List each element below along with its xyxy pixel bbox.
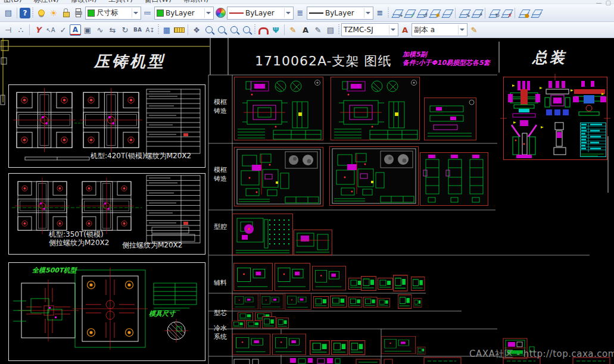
restore-button[interactable]: ▢ xyxy=(606,0,611,6)
linetype-manager-icon[interactable]: ≣ xyxy=(294,7,306,19)
drawing-canvas[interactable]: 压铸机型 1710062A-支架 图纸 加模5副 备件:小于Φ10易损型芯各5套… xyxy=(0,38,614,364)
lineweight-combo[interactable]: ByLayer xyxy=(307,7,373,20)
left-panel-header: 压铸机型 xyxy=(94,51,166,72)
menu-bar: 图(D) 标注(N) 修改(M) 工具(T) 窗口(W) 帮助(H) xyxy=(0,0,614,4)
box1-caption: 机型:420T(锁模)螺纹为M20X2 xyxy=(91,151,191,161)
zoom-all-icon[interactable] xyxy=(228,24,240,36)
window-controls: — ▢ xyxy=(596,0,611,6)
machine-box-500t xyxy=(9,263,205,361)
sketch-axes-icon[interactable]: ∴ xyxy=(15,24,27,36)
note-line1: 加模5副 xyxy=(403,51,427,59)
chevron-down-icon[interactable] xyxy=(132,8,139,18)
layer-lock-icon[interactable] xyxy=(60,7,72,19)
snap-magnet-icon[interactable] xyxy=(257,24,269,36)
menu-window[interactable]: 窗口(W) xyxy=(145,0,172,4)
text-style-icon[interactable]: A xyxy=(300,24,311,36)
menu-dimension[interactable]: 标注(N) xyxy=(33,0,58,4)
row-label-core: 型芯 xyxy=(208,309,232,318)
menu-tools[interactable]: 工具(T) xyxy=(108,0,133,4)
chevron-down-icon[interactable] xyxy=(204,8,211,18)
caxa-watermark: CAXA社区 - http://top.caxa.com/ xyxy=(469,349,614,360)
edit-toolbar: ⊣ ∴ Y ↖A ✓ A ▣ ∿ ⇆ ↻ BA A↧ ▦ ❖ Ψ ✎ A ✎ ▤… xyxy=(0,22,614,38)
scale-text-icon[interactable]: BA xyxy=(132,24,144,36)
chevron-down-icon[interactable] xyxy=(284,8,291,18)
layer-previous-icon[interactable]: ↺ xyxy=(416,7,428,19)
layer-match-icon[interactable]: → xyxy=(391,7,403,19)
new-frame-icon[interactable]: ▤ xyxy=(2,7,14,19)
core-row xyxy=(232,312,288,328)
extend-icon[interactable]: ⊣ xyxy=(2,24,14,36)
dimstyle-combo[interactable]: TZMC-SJ xyxy=(341,23,398,36)
move-text-icon[interactable]: ⇆ xyxy=(107,24,119,36)
color-wheel-icon[interactable] xyxy=(214,7,226,19)
linetype-sample xyxy=(229,12,244,14)
layer-manager-icon[interactable]: ≔ xyxy=(142,7,154,19)
layer-stack-icon[interactable] xyxy=(530,7,542,19)
layer-new-icon[interactable]: ✱ xyxy=(428,7,440,19)
rotate-text-icon[interactable]: ↻ xyxy=(119,24,131,36)
linetype-combo[interactable]: ByLayer xyxy=(227,7,294,20)
edit-note-icon[interactable]: ▤ xyxy=(325,24,336,36)
box2-caption-line2: 侧拉螺纹为M20X2 xyxy=(49,238,109,248)
row-label-cavity: 型腔 xyxy=(208,222,232,231)
sheet-title: 1710062A-支架 图纸 xyxy=(255,52,391,70)
cavity-row xyxy=(233,214,332,255)
minimize-button[interactable]: — xyxy=(596,0,602,6)
polyline-icon[interactable]: ∿ xyxy=(94,24,106,36)
auxiliary-row xyxy=(232,263,425,310)
layer-thaw-icon[interactable]: ☀ xyxy=(48,7,60,19)
chevron-down-icon[interactable] xyxy=(389,25,396,34)
lineweight-sample xyxy=(309,12,323,14)
layer-move-up-icon[interactable]: ↗ xyxy=(470,7,482,19)
pan-zoom-icon[interactable]: ❖ xyxy=(191,24,202,36)
note-line2: 备件:小于Φ10易损型芯各5套 xyxy=(403,59,490,67)
fillet-icon[interactable]: Y xyxy=(32,24,44,36)
check-dim-icon[interactable]: ✓ xyxy=(57,24,69,36)
style-brush-icon[interactable]: ✎ xyxy=(468,24,480,36)
row-label-cooling: 冷水 系统 xyxy=(208,324,232,341)
box3-title: 全模500T机型 xyxy=(32,266,76,275)
lineweight-icon[interactable]: ≡ xyxy=(374,7,386,19)
menu-help[interactable]: 帮助(H) xyxy=(183,0,208,4)
align-text-icon[interactable]: A↧ xyxy=(144,24,156,36)
layer-bulb-icon[interactable]: ● xyxy=(518,7,529,19)
row-label-frame-casting-1: 模框 铸造 xyxy=(208,98,232,115)
frame-casting-row1 xyxy=(235,77,476,140)
dim-box-icon[interactable]: ▣ xyxy=(82,24,93,36)
help-icon[interactable]: ? xyxy=(20,8,30,18)
right-panel-header: 总装 xyxy=(532,48,567,67)
layer-combo[interactable]: 尺寸标 xyxy=(85,7,141,20)
layer-delete-icon[interactable]: ✗ xyxy=(500,7,512,19)
leader-icon[interactable]: ↖A xyxy=(45,24,57,36)
y-branch-icon[interactable]: Ψ xyxy=(270,24,282,36)
menu-draw[interactable]: 图(D) xyxy=(4,0,22,4)
format-painter-icon[interactable]: ✎ xyxy=(287,24,299,36)
assembly-panel xyxy=(500,74,610,160)
layer-on-icon[interactable] xyxy=(35,7,47,19)
drawing-area[interactable] xyxy=(0,38,614,364)
frame-casting-row2 xyxy=(235,147,488,206)
zoom-in-icon[interactable] xyxy=(203,24,215,36)
zoom-previous-icon[interactable] xyxy=(241,24,253,36)
layer-restore-icon[interactable]: ↻ xyxy=(488,7,500,19)
text-icon[interactable]: A xyxy=(70,24,81,36)
display-order-icon[interactable]: ▦ xyxy=(161,24,173,36)
textstyle-combo[interactable]: 副本 a xyxy=(412,23,467,36)
row-label-frame-casting-2: 模框 铸造 xyxy=(208,165,232,183)
layer-all-icon[interactable] xyxy=(441,7,453,19)
pen-icon[interactable]: ✎ xyxy=(312,24,324,36)
chevron-down-icon[interactable] xyxy=(364,8,371,18)
caxa-window: — ▢ 图(D) 标注(N) 修改(M) 工具(T) 窗口(W) 帮助(H) ▤… xyxy=(0,0,614,364)
current-color-swatch xyxy=(157,10,164,17)
left-margin-marks xyxy=(1,38,8,105)
layer-set-current-icon[interactable]: ✓ xyxy=(403,7,415,19)
apply-style-icon[interactable]: A xyxy=(399,24,411,36)
cooling-row xyxy=(233,334,425,354)
chevron-down-icon[interactable] xyxy=(458,25,465,34)
menu-modify[interactable]: 修改(M) xyxy=(71,0,97,4)
layer-move-down-icon[interactable]: ↘ xyxy=(458,7,470,19)
ruler-icon[interactable] xyxy=(173,24,185,36)
color-combo[interactable]: ByLayer xyxy=(154,7,214,20)
zoom-window-icon[interactable] xyxy=(216,24,227,36)
layer-plot-icon[interactable] xyxy=(73,7,85,19)
